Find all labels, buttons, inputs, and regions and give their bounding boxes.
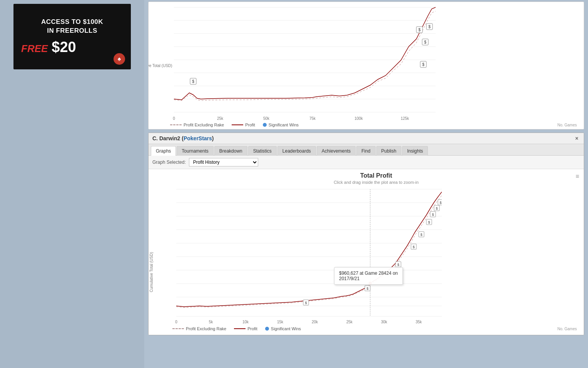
svg-text:0: 0: [173, 116, 175, 121]
ad-amount: $20: [52, 39, 76, 55]
svg-text:$: $: [418, 28, 421, 32]
chart-y-axis-label: Cumulative Total (USD): [149, 252, 154, 292]
svg-text:35k: 35k: [416, 320, 422, 324]
ad-banner[interactable]: ACCESS TO $100KIN FREEROLLS FREE $20: [13, 4, 131, 69]
svg-text:$: $: [305, 301, 307, 305]
tab-insights[interactable]: Insights: [402, 146, 428, 156]
sidebar: ACCESS TO $100KIN FREEROLLS FREE $20: [0, 0, 144, 368]
svg-text:10k: 10k: [242, 320, 249, 324]
tab-publish[interactable]: Publish: [376, 146, 401, 156]
svg-text:50k: 50k: [263, 116, 270, 121]
ad-free-label: FREE: [21, 43, 48, 55]
legend-profit: Profit: [232, 123, 255, 127]
legend-significant-wins: Significant Wins: [263, 123, 299, 127]
svg-text:20k: 20k: [312, 320, 318, 324]
graph-select-bar: Graph Selected: Profit History ROI Histo…: [149, 156, 584, 169]
svg-point-83: [368, 281, 372, 285]
svg-text:$: $: [413, 245, 414, 249]
close-button[interactable]: ×: [574, 135, 580, 141]
svg-text:$: $: [436, 207, 438, 210]
legend-dashed-icon: [172, 328, 184, 329]
svg-text:$: $: [366, 287, 368, 291]
svg-text:125k: 125k: [401, 116, 409, 121]
svg-text:100k: 100k: [354, 116, 363, 121]
tab-leaderboards[interactable]: Leaderboards: [277, 146, 316, 156]
chart-title: Total Profit: [172, 172, 580, 179]
svg-text:30k: 30k: [381, 320, 388, 324]
top-chart-no-games: No. Games: [557, 123, 580, 127]
legend-dot-bottom-icon: [265, 327, 269, 331]
svg-text:$: $: [428, 25, 431, 29]
legend-dashed-line-icon: [170, 124, 182, 125]
legend-solid-line-icon: [232, 124, 243, 125]
main-chart-svg[interactable]: 3.15M 2.8M 2.45M 2.1M 1.75M 1.4M 1.05M 7…: [172, 186, 442, 325]
main-chart-area: ≡ Cumulative Total (USD) Total Profit Cl…: [149, 169, 584, 335]
graph-select-label: Graph Selected:: [152, 160, 186, 165]
svg-text:$: $: [397, 263, 399, 267]
svg-text:75k: 75k: [309, 116, 316, 121]
svg-text:25k: 25k: [346, 320, 353, 324]
main-chart-legend: Profit Excluding Rake Profit Significant…: [172, 326, 580, 331]
chart-menu-icon[interactable]: ≡: [576, 173, 579, 180]
legend-sig-wins-bottom: Significant Wins: [265, 326, 301, 331]
svg-text:$: $: [422, 62, 424, 67]
platform-link[interactable]: PokerStars: [184, 135, 212, 141]
bottom-chart-no-games: No. Games: [557, 327, 580, 331]
tab-achievements[interactable]: Achievements: [317, 146, 356, 156]
top-chart-svg: 2.1M 1.8M 1.5M 1.2M 900K 600K 300K 0 -30…: [170, 4, 436, 122]
legend-solid-icon: [234, 328, 246, 329]
svg-text:$: $: [192, 79, 194, 84]
tab-breakdown[interactable]: Breakdown: [214, 146, 247, 156]
chart-title-area: Total Profit Click and drag inside the p…: [172, 172, 580, 185]
svg-text:0: 0: [175, 320, 177, 324]
tab-tournaments[interactable]: Tournaments: [177, 146, 213, 156]
legend-excluding-rake: Profit Excluding Rake: [170, 123, 224, 127]
graph-select-dropdown[interactable]: Profit History ROI History Win Rate Stac…: [189, 158, 258, 166]
top-chart-legend: Profit Excluding Rake Profit Significant…: [170, 123, 580, 127]
tab-graphs[interactable]: Graphs: [151, 146, 176, 156]
svg-text:15k: 15k: [277, 320, 284, 324]
svg-text:$: $: [424, 40, 426, 44]
top-chart-panel: Cumulative Total (USD) 2.1M 1.8M 1.5M 1.…: [148, 2, 584, 129]
ad-top-text: ACCESS TO $100KIN FREEROLLS: [21, 18, 123, 35]
svg-text:$: $: [432, 213, 434, 217]
tab-statistics[interactable]: Statistics: [248, 146, 277, 156]
svg-text:$: $: [420, 233, 422, 237]
chart-subtitle: Click and drag inside the plot area to z…: [172, 180, 580, 185]
legend-excl-rake-bottom: Profit Excluding Rake: [172, 326, 226, 331]
legend-dot-icon: [263, 123, 267, 127]
main-content: Cumulative Total (USD) 2.1M 1.8M 1.5M 1.…: [144, 0, 588, 368]
svg-text:$: $: [439, 201, 441, 205]
legend-profit-bottom: Profit: [234, 326, 257, 331]
tab-find[interactable]: Find: [356, 146, 375, 156]
bottom-panel: C. Darwin2 (PokerStars) × Graphs Tournam…: [148, 133, 584, 335]
svg-text:25k: 25k: [217, 116, 224, 121]
tabs-bar: Graphs Tournaments Breakdown Statistics …: [149, 144, 584, 156]
panel-header: C. Darwin2 (PokerStars) ×: [149, 133, 584, 144]
svg-text:$: $: [428, 220, 430, 224]
svg-text:5k: 5k: [209, 320, 214, 324]
top-chart-y-axis-label: Cumulative Total (USD): [148, 64, 172, 68]
panel-title: C. Darwin2 (PokerStars): [152, 135, 214, 141]
pokerstars-logo-icon: [114, 53, 125, 65]
